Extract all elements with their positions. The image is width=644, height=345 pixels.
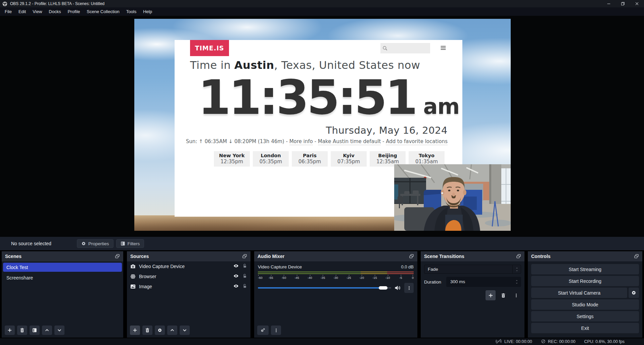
source-item-browser[interactable]: Browser bbox=[127, 271, 250, 282]
volume-slider[interactable] bbox=[258, 287, 391, 289]
duration-spinbox[interactable]: 300 ms bbox=[446, 277, 521, 287]
city-box[interactable]: Paris06:35pm bbox=[292, 151, 328, 167]
site-search[interactable] bbox=[380, 43, 430, 53]
source-down-button[interactable] bbox=[180, 326, 190, 335]
popout-icon[interactable] bbox=[115, 254, 120, 259]
transition-menu-button[interactable] bbox=[511, 290, 521, 300]
webcam-overlay bbox=[394, 164, 511, 231]
dock-title: Scenes bbox=[5, 254, 21, 259]
filters-icon bbox=[32, 328, 37, 333]
live-status: LIVE: 00:00:00 bbox=[495, 339, 532, 345]
popout-icon[interactable] bbox=[516, 254, 521, 259]
volume-meter bbox=[258, 271, 414, 274]
start-recording-button[interactable]: Start Recording bbox=[531, 276, 639, 286]
remove-source-button[interactable] bbox=[142, 326, 152, 335]
scene-transitions-dock: Scene Transitions Fade Duration 300 ms bbox=[421, 251, 524, 338]
transition-select[interactable]: Fade bbox=[424, 265, 521, 274]
menu-view[interactable]: View bbox=[29, 7, 45, 16]
scene-down-button[interactable] bbox=[54, 326, 64, 335]
menu-profile[interactable]: Profile bbox=[64, 7, 83, 16]
add-scene-button[interactable] bbox=[5, 326, 15, 335]
settings-button[interactable]: Settings bbox=[531, 311, 639, 321]
duration-label: Duration bbox=[424, 279, 444, 285]
city-box[interactable]: New York12:35pm bbox=[214, 151, 250, 167]
popout-icon[interactable] bbox=[634, 254, 639, 259]
combo-arrows[interactable] bbox=[512, 265, 521, 273]
scene-up-button[interactable] bbox=[42, 326, 52, 335]
timeis-logo: TIME.IS bbox=[190, 40, 229, 56]
rec-status: REC: 00:00:00 bbox=[541, 339, 576, 345]
city-box[interactable]: London05:35pm bbox=[253, 151, 289, 167]
mixer-channel: Video Capture Device 0.0 dB -60 -55 -50 … bbox=[254, 261, 417, 323]
scene-transitions-header[interactable]: Scene Transitions bbox=[421, 251, 524, 261]
scene-item-screenshare[interactable]: Screenshare bbox=[2, 273, 123, 282]
volume-slider-handle[interactable] bbox=[379, 286, 387, 290]
arrow-up-icon bbox=[170, 328, 175, 333]
add-source-button[interactable] bbox=[130, 326, 140, 335]
arrow-up-icon bbox=[45, 328, 49, 333]
lock-icon[interactable] bbox=[242, 263, 247, 269]
visibility-eye-icon[interactable] bbox=[233, 284, 239, 290]
source-properties-button[interactable] bbox=[155, 326, 165, 335]
sources-dock-header[interactable]: Sources bbox=[127, 251, 250, 261]
add-transition-button[interactable] bbox=[486, 290, 496, 300]
source-item-video-capture[interactable]: Video Capture Device bbox=[127, 261, 250, 271]
controls-header[interactable]: Controls bbox=[528, 251, 642, 261]
search-input[interactable] bbox=[389, 44, 426, 52]
source-item-image[interactable]: Image bbox=[127, 282, 250, 292]
preview-canvas[interactable]: TIME.IS Time in Austin, Texas, United St… bbox=[134, 19, 511, 231]
audio-mixer-header[interactable]: Audio Mixer bbox=[254, 251, 417, 261]
mixer-channel-menu-button[interactable] bbox=[404, 283, 414, 293]
scene-item-clock-test[interactable]: Clock Test bbox=[3, 263, 122, 272]
minimize-icon bbox=[606, 1, 611, 6]
scene-filters-button[interactable] bbox=[30, 326, 40, 335]
menu-file[interactable]: File bbox=[1, 7, 15, 16]
restore-button[interactable] bbox=[616, 0, 630, 7]
properties-button[interactable]: Properties bbox=[77, 239, 113, 248]
menu-scene-collection[interactable]: Scene Collection bbox=[83, 7, 123, 16]
studio-mode-button[interactable]: Studio Mode bbox=[531, 299, 639, 310]
lock-icon[interactable] bbox=[242, 284, 247, 290]
plus-icon bbox=[133, 328, 137, 333]
gear-icon bbox=[81, 241, 86, 246]
source-context-toolbar: No source selected Properties Filters bbox=[0, 237, 644, 250]
filters-button[interactable]: Filters bbox=[116, 239, 144, 248]
controls-body: Start Streaming Start Recording Start Vi… bbox=[528, 261, 642, 338]
remove-transition-button[interactable] bbox=[498, 290, 508, 300]
menu-edit[interactable]: Edit bbox=[15, 7, 29, 16]
start-streaming-button[interactable]: Start Streaming bbox=[531, 264, 639, 274]
scenes-toolbar bbox=[2, 323, 123, 338]
make-default-link[interactable]: Make Austin time default bbox=[318, 138, 381, 145]
city-name: Austin bbox=[234, 59, 274, 72]
city-box[interactable]: Kyiv07:35pm bbox=[331, 151, 367, 167]
page-title: Time in Austin, Texas, United States now bbox=[190, 59, 420, 72]
start-virtual-camera-button[interactable]: Start Virtual Camera bbox=[531, 288, 627, 298]
lock-icon[interactable] bbox=[242, 273, 247, 279]
visibility-eye-icon[interactable] bbox=[233, 273, 239, 279]
mixer-menu-button[interactable] bbox=[271, 326, 281, 335]
scenes-dock-header[interactable]: Scenes bbox=[2, 251, 123, 261]
volume-slider-fill bbox=[258, 287, 383, 289]
spin-arrows[interactable] bbox=[515, 277, 518, 287]
popout-icon[interactable] bbox=[242, 254, 247, 259]
menu-docks[interactable]: Docks bbox=[45, 7, 64, 16]
mixer-channel-name: Video Capture Device bbox=[258, 264, 302, 269]
menu-help[interactable]: Help bbox=[140, 7, 155, 16]
source-up-button[interactable] bbox=[167, 326, 177, 335]
advanced-audio-button[interactable] bbox=[257, 326, 269, 335]
add-favorite-link[interactable]: Add to favorite locations bbox=[386, 138, 448, 145]
exit-button[interactable]: Exit bbox=[531, 323, 639, 333]
remove-scene-button[interactable] bbox=[17, 326, 27, 335]
close-button[interactable] bbox=[630, 0, 644, 7]
menu-tools[interactable]: Tools bbox=[123, 7, 140, 16]
more-info-link[interactable]: More info bbox=[289, 138, 313, 145]
visibility-eye-icon[interactable] bbox=[233, 263, 239, 269]
restore-icon bbox=[620, 1, 625, 6]
virtual-camera-settings-button[interactable] bbox=[629, 288, 639, 298]
speaker-icon[interactable] bbox=[395, 285, 401, 291]
obs-window: OBS 29.1.2 - Profile: LLHLS BETA - Scene… bbox=[0, 0, 644, 345]
minimize-button[interactable] bbox=[602, 0, 616, 7]
popout-icon[interactable] bbox=[409, 254, 414, 259]
hamburger-menu-icon[interactable] bbox=[440, 45, 447, 52]
stream-inactive-icon bbox=[495, 339, 502, 345]
